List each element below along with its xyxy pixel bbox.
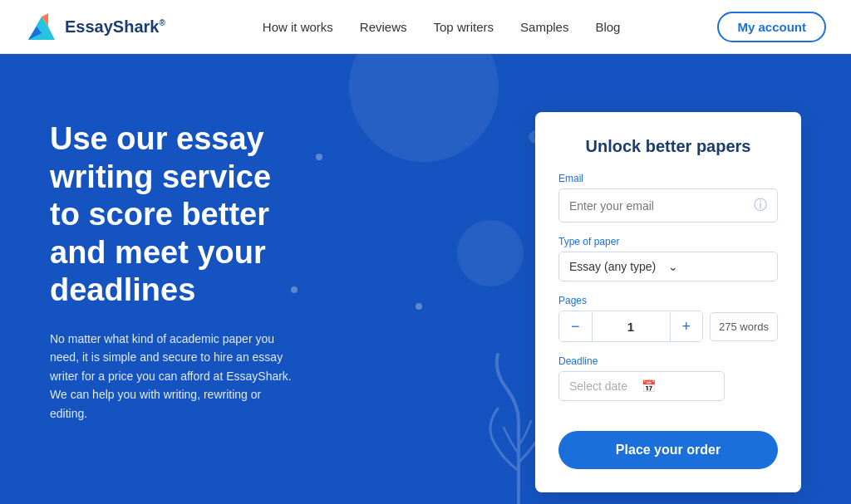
my-account-button[interactable]: My account xyxy=(717,12,826,42)
deco-dot-1 xyxy=(316,154,322,160)
nav-reviews[interactable]: Reviews xyxy=(360,20,407,34)
place-order-button[interactable]: Place your order xyxy=(558,431,778,469)
hero-content: Use our essay writing service to score b… xyxy=(50,104,293,423)
email-input[interactable] xyxy=(569,199,754,213)
paper-type-group: Type of paper Essay (any type) ⌄ xyxy=(558,236,778,281)
main-nav: How it works Reviews Top writers Samples… xyxy=(263,20,621,34)
info-icon: ⓘ xyxy=(754,197,767,214)
paper-type-value: Essay (any type) xyxy=(569,260,668,273)
email-label: Email xyxy=(558,173,778,184)
nav-how-it-works[interactable]: How it works xyxy=(263,20,333,34)
nav-blog[interactable]: Blog xyxy=(595,20,620,34)
deco-dot-3 xyxy=(291,286,298,293)
email-group: Email ⓘ xyxy=(558,173,778,223)
order-form-card: Unlock better papers Email ⓘ Type of pap… xyxy=(535,112,801,492)
logo[interactable]: EssayShark® xyxy=(25,10,165,43)
pages-increment-button[interactable]: + xyxy=(671,311,703,341)
deadline-input[interactable]: Select date 📅 xyxy=(558,371,725,401)
deadline-placeholder: Select date xyxy=(569,379,642,393)
hero-section: Use our essay writing service to score b… xyxy=(0,54,851,504)
nav-top-writers[interactable]: Top writers xyxy=(434,20,494,34)
paper-type-select[interactable]: Essay (any type) ⌄ xyxy=(558,252,778,281)
deadline-group: Deadline Select date 📅 xyxy=(558,355,778,401)
deco-dot-2 xyxy=(416,303,422,310)
hero-title: Use our essay writing service to score b… xyxy=(50,120,293,310)
pages-group: Pages − 1 + 275 words xyxy=(558,295,778,342)
deco-bubble-1 xyxy=(349,54,499,162)
header: EssayShark® How it works Reviews Top wri… xyxy=(0,0,851,54)
form-title: Unlock better papers xyxy=(558,137,778,156)
logo-text: EssayShark® xyxy=(65,17,165,37)
pages-row: − 1 + 275 words xyxy=(558,311,778,342)
chevron-down-icon: ⌄ xyxy=(668,260,767,273)
hero-subtitle: No matter what kind of academic paper yo… xyxy=(50,330,293,423)
pages-decrement-button[interactable]: − xyxy=(559,311,592,341)
words-badge: 275 words xyxy=(710,312,778,341)
nav-samples[interactable]: Samples xyxy=(520,20,568,34)
deadline-label: Deadline xyxy=(558,355,778,367)
pages-value: 1 xyxy=(592,312,671,341)
pages-control: − 1 + xyxy=(558,311,703,342)
pages-label: Pages xyxy=(558,295,778,306)
logo-icon xyxy=(25,10,58,43)
paper-type-label: Type of paper xyxy=(558,236,778,247)
calendar-icon: 📅 xyxy=(642,379,714,393)
deco-bubble-2 xyxy=(457,220,524,286)
email-input-wrapper[interactable]: ⓘ xyxy=(558,188,778,223)
